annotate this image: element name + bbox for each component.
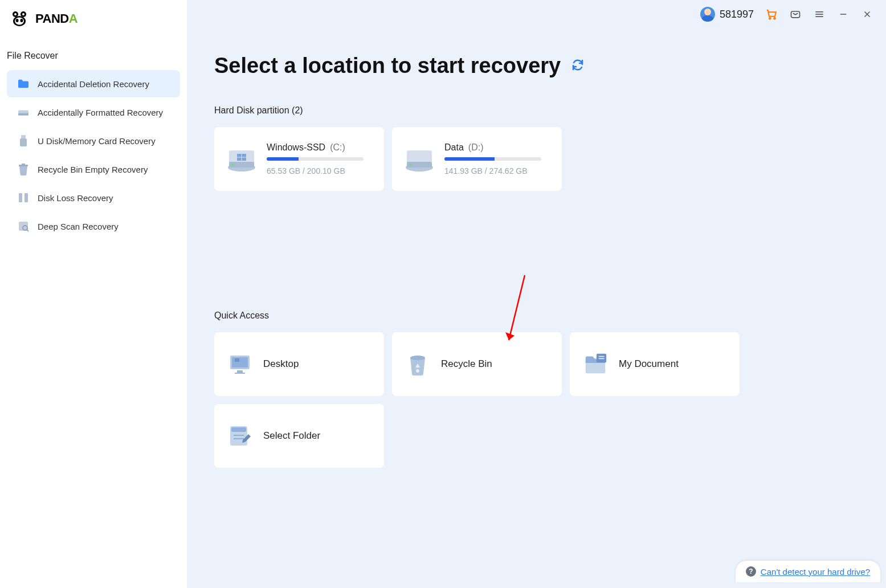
sidebar-item-4[interactable]: Disk Loss Recovery bbox=[7, 184, 180, 211]
svg-point-1 bbox=[14, 13, 17, 15]
disk-icon bbox=[405, 146, 434, 172]
sidebar-item-label: Accidental Deletion Recovery bbox=[38, 79, 149, 89]
usage-bar bbox=[267, 157, 364, 161]
partition-name: Windows-SSD(C:) bbox=[267, 142, 371, 153]
quickaccess-label: Select Folder bbox=[263, 430, 320, 442]
user-badge[interactable]: 581997 bbox=[700, 7, 754, 22]
svg-rect-51 bbox=[231, 427, 246, 432]
cart-icon[interactable] bbox=[765, 8, 778, 21]
sidebar-item-1[interactable]: Accidentally Formatted Recovery bbox=[7, 99, 180, 126]
quickaccess-card-3[interactable]: Select Folder bbox=[214, 404, 384, 468]
svg-point-21 bbox=[774, 18, 775, 19]
partitions-heading: Hard Disk partition (2) bbox=[214, 105, 886, 116]
quickaccess-card-0[interactable]: Desktop bbox=[214, 332, 384, 396]
partition-card-0[interactable]: Windows-SSD(C:)65.53 GB / 200.10 GB bbox=[214, 127, 384, 191]
sidebar-item-label: Disk Loss Recovery bbox=[38, 193, 113, 203]
usb-icon bbox=[17, 135, 30, 146]
brand-text: PANDA bbox=[35, 11, 77, 26]
svg-rect-16 bbox=[25, 193, 28, 202]
svg-point-7 bbox=[21, 19, 23, 22]
sidebar-item-0[interactable]: Accidental Deletion Recovery bbox=[7, 70, 180, 97]
quickaccess-label: Desktop bbox=[263, 358, 299, 370]
page-title: Select a location to start recovery bbox=[214, 54, 561, 78]
book-icon bbox=[17, 192, 30, 203]
sidebar: PANDA File Recover Accidental Deletion R… bbox=[0, 0, 187, 588]
sidebar-item-label: Accidentally Formatted Recovery bbox=[38, 108, 163, 117]
refresh-icon[interactable] bbox=[571, 58, 585, 74]
docfolder-icon bbox=[582, 351, 609, 377]
topbar: 581997 bbox=[700, 7, 873, 22]
svg-rect-11 bbox=[21, 135, 26, 138]
scan-icon bbox=[17, 220, 30, 232]
svg-point-20 bbox=[769, 18, 771, 19]
svg-point-39 bbox=[409, 164, 411, 166]
quickaccess-card-1[interactable]: Recycle Bin bbox=[392, 332, 562, 396]
app-logo: PANDA bbox=[0, 9, 187, 44]
svg-rect-12 bbox=[20, 138, 27, 146]
panda-logo-icon bbox=[11, 11, 32, 27]
sidebar-item-3[interactable]: Recycle Bin Empty Recovery bbox=[7, 156, 180, 183]
svg-rect-13 bbox=[19, 165, 28, 166]
bin-icon bbox=[405, 351, 431, 377]
sidebar-item-5[interactable]: Deep Scan Recovery bbox=[7, 213, 180, 240]
svg-rect-43 bbox=[237, 370, 243, 373]
svg-point-10 bbox=[20, 114, 21, 115]
svg-point-6 bbox=[16, 19, 19, 22]
svg-rect-14 bbox=[22, 164, 25, 165]
partition-name: Data(D:) bbox=[444, 142, 549, 153]
svg-line-19 bbox=[27, 230, 28, 231]
mail-icon[interactable] bbox=[789, 8, 802, 21]
minimize-button[interactable] bbox=[837, 8, 850, 21]
svg-point-32 bbox=[231, 164, 234, 166]
partition-size: 65.53 GB / 200.10 GB bbox=[267, 166, 371, 175]
svg-point-45 bbox=[410, 356, 425, 360]
main-content: 581997 Select a location to start recove… bbox=[187, 0, 886, 588]
disk-icon bbox=[227, 146, 256, 172]
svg-rect-47 bbox=[597, 354, 606, 362]
quickaccess-label: Recycle Bin bbox=[441, 358, 492, 370]
help-link[interactable]: ? Can't detect your hard drive? bbox=[736, 561, 880, 582]
sidebar-section-title: File Recover bbox=[0, 44, 187, 69]
svg-rect-15 bbox=[19, 193, 22, 202]
trash-icon bbox=[17, 164, 30, 175]
sidebar-item-2[interactable]: U Disk/Memory Card Recovery bbox=[7, 127, 180, 154]
menu-icon[interactable] bbox=[813, 8, 826, 21]
svg-rect-42 bbox=[235, 358, 239, 362]
close-button[interactable] bbox=[861, 8, 873, 21]
help-icon: ? bbox=[746, 566, 756, 577]
user-id: 581997 bbox=[720, 9, 754, 21]
sidebar-item-label: U Disk/Memory Card Recovery bbox=[38, 136, 156, 146]
folder-icon bbox=[17, 78, 30, 89]
avatar-icon bbox=[700, 7, 715, 22]
sidebar-item-label: Recycle Bin Empty Recovery bbox=[38, 165, 148, 174]
editfolder-icon bbox=[227, 423, 253, 449]
svg-point-3 bbox=[22, 13, 25, 15]
help-text[interactable]: Can't detect your hard drive? bbox=[761, 567, 870, 577]
sidebar-item-label: Deep Scan Recovery bbox=[38, 222, 119, 231]
drive-icon bbox=[17, 107, 30, 118]
partition-size: 141.93 GB / 274.62 GB bbox=[444, 166, 549, 175]
svg-rect-41 bbox=[232, 357, 248, 368]
usage-bar bbox=[444, 157, 541, 161]
quickaccess-label: My Document bbox=[619, 358, 679, 370]
monitor-icon bbox=[227, 351, 253, 377]
quickaccess-heading: Quick Access bbox=[214, 311, 886, 321]
quickaccess-card-2[interactable]: My Document bbox=[570, 332, 740, 396]
partition-card-1[interactable]: Data(D:)141.93 GB / 274.62 GB bbox=[392, 127, 562, 191]
svg-rect-44 bbox=[235, 373, 245, 374]
